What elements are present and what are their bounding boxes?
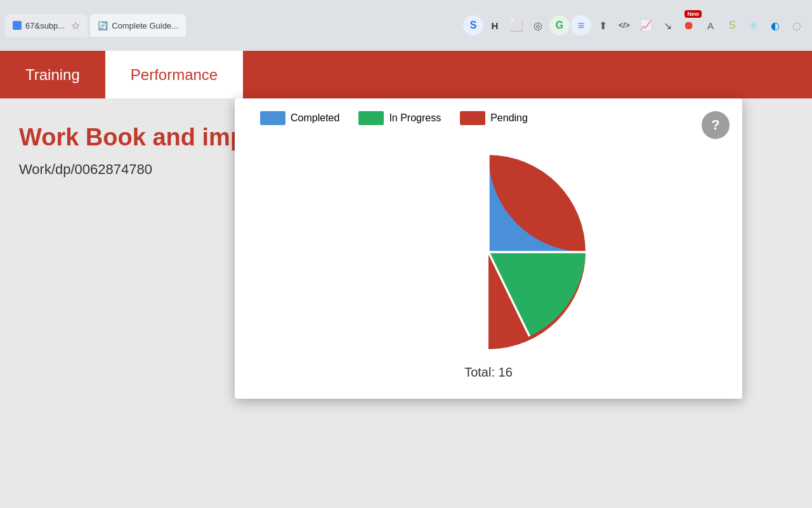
circle-icon[interactable]: ◎	[528, 15, 548, 36]
edge-icon[interactable]: ◐	[765, 15, 785, 36]
frame-icon[interactable]: ⬜	[506, 15, 527, 36]
legend-pending: Pending	[460, 111, 528, 125]
layers-icon[interactable]: ≡	[571, 15, 591, 36]
browser-tab-2[interactable]: 🔄 Complete Guide...	[90, 14, 186, 37]
extension-icons: S H ⬜ ◎ G ≡ ⬆ </> 📈 ↘ ⏺ A S ⚛ ◐ ◌	[463, 15, 807, 36]
tab2-label: Complete Guide...	[112, 21, 178, 30]
bookmark-star[interactable]: ☆	[71, 20, 80, 32]
tab-training[interactable]: Training	[0, 51, 105, 98]
pending-label: Pending	[490, 112, 528, 124]
legend-completed: Completed	[260, 111, 339, 125]
browser-tab-bar: 67&subp... ☆ 🔄 Complete Guide... S H ⬜ ◎…	[0, 0, 812, 51]
code-icon[interactable]: </>	[614, 15, 634, 36]
arrow-up-icon[interactable]: ⬆	[593, 15, 613, 36]
pie-chart	[381, 144, 596, 360]
performance-popup: ? Completed In Progress Pending	[235, 98, 742, 399]
tab2-favicon: 🔄	[98, 21, 108, 30]
completed-label: Completed	[291, 112, 339, 124]
in-progress-label: In Progress	[389, 112, 441, 124]
chart-legend: Completed In Progress Pending	[247, 111, 730, 125]
browser-tab-1[interactable]: 67&subp... ☆	[5, 14, 88, 37]
tab-list: 67&subp... ☆ 🔄 Complete Guide...	[5, 14, 461, 37]
record-icon[interactable]: ⏺	[679, 15, 699, 36]
pie-chart-container: Total: 16	[247, 138, 730, 386]
shopify-icon[interactable]: S	[722, 15, 742, 36]
a-tools-icon[interactable]: A	[700, 15, 721, 36]
page-content: Training Performance Work Book and imple…	[0, 51, 812, 508]
bars-down-icon[interactable]: ↘	[657, 15, 678, 36]
tab1-favicon	[13, 21, 22, 30]
tab-performance[interactable]: Performance	[105, 51, 243, 98]
legend-in-progress: In Progress	[358, 111, 441, 125]
tab1-label: 67&subp...	[25, 21, 65, 30]
completed-color-box	[260, 111, 285, 125]
pending-color-box	[460, 111, 485, 125]
g-extension-icon[interactable]: G	[549, 15, 570, 36]
profile-circle-icon[interactable]: ◌	[787, 15, 807, 36]
react-icon[interactable]: ⚛	[743, 15, 764, 36]
chart-total-label: Total: 16	[464, 365, 513, 380]
in-progress-color-box	[358, 111, 384, 125]
chart-icon[interactable]: 📈	[636, 15, 656, 36]
nav-bar: Training Performance	[0, 51, 812, 98]
h-extension-icon[interactable]: H	[485, 15, 505, 36]
help-button[interactable]: ?	[702, 111, 730, 139]
supermetrics-icon[interactable]: S	[463, 15, 483, 36]
